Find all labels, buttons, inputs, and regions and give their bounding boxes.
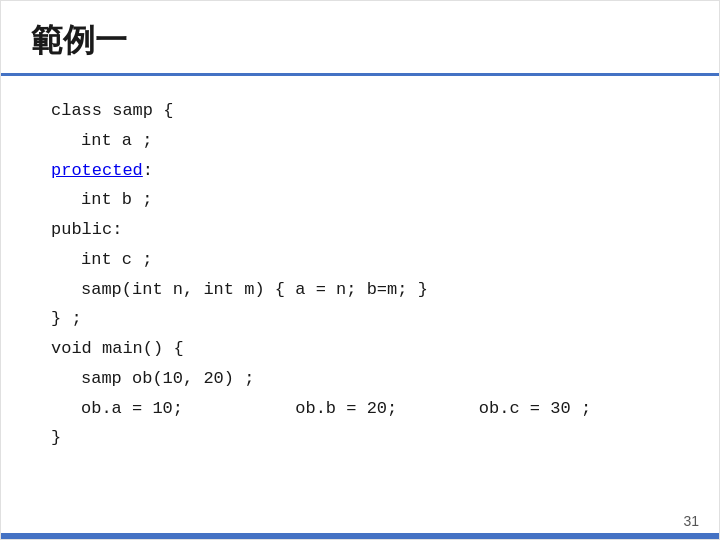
code-line-12: } — [51, 423, 669, 453]
code-text: int c ; — [81, 245, 152, 275]
bottom-bar — [1, 533, 719, 539]
code-line-9: void main() { — [51, 334, 669, 364]
code-text: void main() { — [51, 334, 184, 364]
code-line-6: int c ; — [51, 245, 669, 275]
content-area: class samp { int a ; protected: int b ; … — [1, 86, 719, 463]
protected-keyword: protected: — [51, 156, 153, 186]
code-line-3: protected: — [51, 156, 669, 186]
code-line-2: int a ; — [51, 126, 669, 156]
code-block: class samp { int a ; protected: int b ; … — [51, 96, 669, 453]
code-text: ob.a = 10; ob.b = 20; ob.c = 30 ; — [81, 394, 591, 424]
code-text: class samp { — [51, 96, 173, 126]
title-area: 範例一 — [1, 1, 719, 76]
page-number: 31 — [683, 513, 699, 529]
code-text: int b ; — [81, 185, 152, 215]
code-line-8: } ; — [51, 304, 669, 334]
code-text: } ; — [51, 304, 82, 334]
code-text: samp(int n, int m) { a = n; b=m; } — [81, 275, 428, 305]
code-line-1: class samp { — [51, 96, 669, 126]
slide-title: 範例一 — [31, 22, 127, 58]
slide-container: 範例一 class samp { int a ; protected: int … — [0, 0, 720, 540]
protected-link[interactable]: protected — [51, 161, 143, 180]
code-line-4: int b ; — [51, 185, 669, 215]
code-text: public: — [51, 215, 122, 245]
code-text: } — [51, 423, 61, 453]
code-line-7: samp(int n, int m) { a = n; b=m; } — [51, 275, 669, 305]
code-text: int a ; — [81, 126, 152, 156]
code-text: samp ob(10, 20) ; — [81, 364, 254, 394]
code-line-11: ob.a = 10; ob.b = 20; ob.c = 30 ; — [51, 394, 669, 424]
code-line-5: public: — [51, 215, 669, 245]
code-line-10: samp ob(10, 20) ; — [51, 364, 669, 394]
